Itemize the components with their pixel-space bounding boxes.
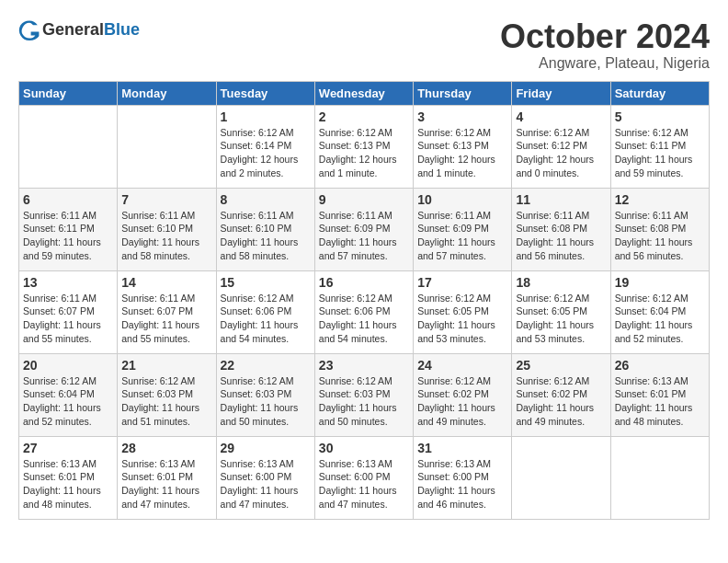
calendar-cell: 6Sunrise: 6:11 AMSunset: 6:11 PMDaylight… [19,188,118,270]
day-detail: Sunrise: 6:11 AMSunset: 6:09 PMDaylight:… [319,209,409,263]
calendar-cell: 13Sunrise: 6:11 AMSunset: 6:07 PMDayligh… [19,270,118,353]
calendar-cell [118,105,216,188]
day-number: 14 [121,275,211,290]
day-number: 4 [516,109,606,124]
generalblue-icon [18,18,40,40]
calendar-cell: 9Sunrise: 6:11 AMSunset: 6:09 PMDaylight… [314,188,413,270]
day-number: 28 [121,441,211,455]
calendar-cell: 20Sunrise: 6:12 AMSunset: 6:04 PMDayligh… [19,353,118,436]
day-detail: Sunrise: 6:13 AMSunset: 6:00 PMDaylight:… [417,457,507,511]
calendar-cell [512,436,610,519]
day-detail: Sunrise: 6:11 AMSunset: 6:08 PMDaylight:… [516,209,606,263]
calendar-cell: 4Sunrise: 6:12 AMSunset: 6:12 PMDaylight… [512,105,610,188]
weekday-header-thursday: Thursday [414,81,512,105]
day-detail: Sunrise: 6:12 AMSunset: 6:06 PMDaylight:… [319,292,409,346]
logo-general-text: General [42,20,104,39]
week-row-4: 20Sunrise: 6:12 AMSunset: 6:04 PMDayligh… [19,353,710,436]
day-detail: Sunrise: 6:11 AMSunset: 6:08 PMDaylight:… [615,209,705,263]
day-detail: Sunrise: 6:13 AMSunset: 6:00 PMDaylight:… [221,457,311,511]
logo-blue-text: Blue [104,20,140,39]
day-detail: Sunrise: 6:12 AMSunset: 6:03 PMDaylight:… [221,374,311,429]
day-number: 10 [417,192,507,207]
calendar-cell: 24Sunrise: 6:12 AMSunset: 6:02 PMDayligh… [414,353,512,436]
day-detail: Sunrise: 6:11 AMSunset: 6:10 PMDaylight:… [221,209,311,263]
week-row-2: 6Sunrise: 6:11 AMSunset: 6:11 PMDaylight… [19,188,710,270]
calendar-cell: 28Sunrise: 6:13 AMSunset: 6:01 PMDayligh… [118,436,216,519]
day-detail: Sunrise: 6:12 AMSunset: 6:13 PMDaylight:… [319,126,409,180]
day-number: 3 [417,109,507,124]
day-detail: Sunrise: 6:12 AMSunset: 6:02 PMDaylight:… [417,374,507,429]
day-detail: Sunrise: 6:12 AMSunset: 6:11 PMDaylight:… [615,126,705,180]
day-number: 25 [516,358,606,373]
day-number: 18 [516,275,606,290]
weekday-header-wednesday: Wednesday [314,81,413,105]
calendar-cell: 22Sunrise: 6:12 AMSunset: 6:03 PMDayligh… [216,353,314,436]
day-detail: Sunrise: 6:12 AMSunset: 6:12 PMDaylight:… [516,126,606,180]
calendar-cell [610,436,709,519]
day-detail: Sunrise: 6:12 AMSunset: 6:05 PMDaylight:… [516,292,606,346]
calendar-cell: 21Sunrise: 6:12 AMSunset: 6:03 PMDayligh… [118,353,216,436]
day-detail: Sunrise: 6:11 AMSunset: 6:10 PMDaylight:… [121,209,211,263]
calendar-cell: 16Sunrise: 6:12 AMSunset: 6:06 PMDayligh… [314,270,413,353]
day-number: 27 [23,441,113,455]
day-detail: Sunrise: 6:13 AMSunset: 6:01 PMDaylight:… [615,374,705,429]
day-detail: Sunrise: 6:12 AMSunset: 6:03 PMDaylight:… [319,374,409,429]
calendar-cell: 18Sunrise: 6:12 AMSunset: 6:05 PMDayligh… [512,270,610,353]
calendar-cell: 27Sunrise: 6:13 AMSunset: 6:01 PMDayligh… [19,436,118,519]
calendar-cell: 5Sunrise: 6:12 AMSunset: 6:11 PMDaylight… [610,105,709,188]
calendar-cell: 25Sunrise: 6:12 AMSunset: 6:02 PMDayligh… [512,353,610,436]
day-number: 15 [221,275,311,290]
day-detail: Sunrise: 6:13 AMSunset: 6:01 PMDaylight:… [121,457,211,511]
calendar-cell: 19Sunrise: 6:12 AMSunset: 6:04 PMDayligh… [610,270,709,353]
day-number: 31 [417,441,507,455]
calendar-cell: 26Sunrise: 6:13 AMSunset: 6:01 PMDayligh… [610,353,709,436]
day-detail: Sunrise: 6:11 AMSunset: 6:07 PMDaylight:… [121,292,211,346]
day-number: 11 [516,192,606,207]
day-detail: Sunrise: 6:12 AMSunset: 6:04 PMDaylight:… [23,374,113,429]
day-number: 9 [319,192,409,207]
day-number: 5 [615,109,705,124]
calendar-cell: 15Sunrise: 6:12 AMSunset: 6:06 PMDayligh… [216,270,314,353]
calendar-table: SundayMondayTuesdayWednesdayThursdayFrid… [18,81,710,520]
day-detail: Sunrise: 6:12 AMSunset: 6:06 PMDaylight:… [221,292,311,346]
day-number: 20 [23,358,113,373]
day-detail: Sunrise: 6:11 AMSunset: 6:11 PMDaylight:… [23,209,113,263]
logo: GeneralBlue [18,18,140,40]
week-row-3: 13Sunrise: 6:11 AMSunset: 6:07 PMDayligh… [19,270,710,353]
calendar-cell: 7Sunrise: 6:11 AMSunset: 6:10 PMDaylight… [118,188,216,270]
day-detail: Sunrise: 6:12 AMSunset: 6:05 PMDaylight:… [417,292,507,346]
week-row-1: 1Sunrise: 6:12 AMSunset: 6:14 PMDaylight… [19,105,710,188]
day-number: 2 [319,109,409,124]
calendar-cell: 23Sunrise: 6:12 AMSunset: 6:03 PMDayligh… [314,353,413,436]
calendar-cell: 30Sunrise: 6:13 AMSunset: 6:00 PMDayligh… [314,436,413,519]
weekday-header-monday: Monday [118,81,216,105]
calendar-cell: 1Sunrise: 6:12 AMSunset: 6:14 PMDaylight… [216,105,314,188]
day-number: 12 [615,192,705,207]
day-detail: Sunrise: 6:12 AMSunset: 6:02 PMDaylight:… [516,374,606,429]
calendar-cell: 10Sunrise: 6:11 AMSunset: 6:09 PMDayligh… [414,188,512,270]
month-title: October 2024 [500,18,710,55]
day-detail: Sunrise: 6:11 AMSunset: 6:07 PMDaylight:… [23,292,113,346]
day-number: 8 [221,192,311,207]
day-number: 21 [121,358,211,373]
day-detail: Sunrise: 6:13 AMSunset: 6:01 PMDaylight:… [23,457,113,511]
calendar-cell: 3Sunrise: 6:12 AMSunset: 6:13 PMDaylight… [414,105,512,188]
day-number: 22 [221,358,311,373]
day-detail: Sunrise: 6:13 AMSunset: 6:00 PMDaylight:… [319,457,409,511]
calendar-cell: 29Sunrise: 6:13 AMSunset: 6:00 PMDayligh… [216,436,314,519]
title-block: October 2024 Angware, Plateau, Nigeria [500,18,710,72]
location-subtitle: Angware, Plateau, Nigeria [500,55,710,72]
day-number: 19 [615,275,705,290]
day-detail: Sunrise: 6:12 AMSunset: 6:13 PMDaylight:… [417,126,507,180]
day-number: 23 [319,358,409,373]
weekday-header-row: SundayMondayTuesdayWednesdayThursdayFrid… [19,81,710,105]
week-row-5: 27Sunrise: 6:13 AMSunset: 6:01 PMDayligh… [19,436,710,519]
day-number: 30 [319,441,409,455]
day-detail: Sunrise: 6:12 AMSunset: 6:04 PMDaylight:… [615,292,705,346]
day-number: 13 [23,275,113,290]
calendar-cell: 31Sunrise: 6:13 AMSunset: 6:00 PMDayligh… [414,436,512,519]
day-number: 7 [121,192,211,207]
weekday-header-tuesday: Tuesday [216,81,314,105]
day-number: 24 [417,358,507,373]
weekday-header-sunday: Sunday [19,81,118,105]
